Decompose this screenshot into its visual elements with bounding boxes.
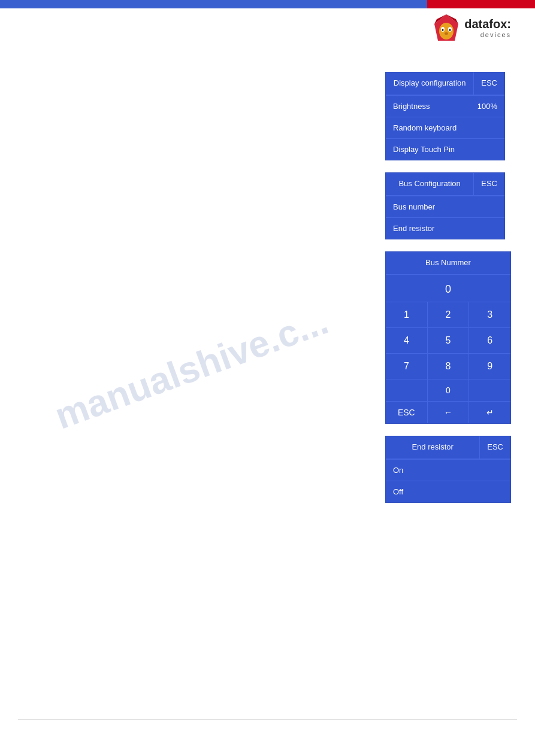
key-3[interactable]: 3 [469,302,510,327]
random-keyboard-label: Random keyboard [386,117,504,138]
footer-line [18,719,517,720]
end-resistor-title: End resistor [386,436,479,459]
key-enter-top [469,379,510,401]
off-label: Off [386,481,510,502]
svg-point-8 [445,32,448,35]
header-bar [0,0,535,8]
key-8[interactable]: 8 [428,354,469,379]
key-6[interactable]: 6 [469,328,510,353]
end-resistor-panel: End resistor ESC On Off [385,436,511,503]
bus-number-keypad-panel: Bus Nummer 0 1 2 3 4 5 6 7 8 9 0 ESC ← ↵ [385,251,511,424]
keypad-grid: 1 2 3 4 5 6 7 8 9 [386,302,510,379]
svg-point-3 [439,23,454,40]
display-touch-pin-label: Display Touch Pin [386,139,504,160]
key-5[interactable]: 5 [428,328,469,353]
keypad-zero-row: 0 [386,379,510,401]
watermark: manualshive.c... [49,299,333,438]
key-backspace[interactable]: ← [428,402,469,423]
brand-sub: devices [480,31,511,38]
keypad-display: 0 [386,275,510,302]
on-row[interactable]: On [386,459,510,481]
end-resistor-row[interactable]: End resistor [386,217,504,239]
bus-config-panel: Bus Configuration ESC Bus number End res… [385,172,505,239]
key-9[interactable]: 9 [469,354,510,379]
end-resistor-label: End resistor [386,218,504,239]
end-resistor-esc-button[interactable]: ESC [479,436,510,459]
bus-config-esc-button[interactable]: ESC [473,173,504,195]
key-esc-top [386,379,427,401]
key-4[interactable]: 4 [386,328,427,353]
display-config-header: Display configuration ESC [386,72,504,95]
display-config-panel: Display configuration ESC Brightness 100… [385,72,505,160]
brightness-value: 100% [470,96,504,117]
bus-number-label: Bus number [386,196,504,217]
datafox-text-wrap: datafox: devices [464,17,511,38]
keypad-bottom: ESC ← ↵ [386,401,510,423]
key-0-top[interactable]: 0 [428,379,469,401]
brand-name: datafox: [464,17,511,31]
key-1[interactable]: 1 [386,302,427,327]
off-row[interactable]: Off [386,481,510,502]
end-resistor-header: End resistor ESC [386,436,510,459]
display-touch-pin-row[interactable]: Display Touch Pin [386,138,504,160]
panels-container: Display configuration ESC Brightness 100… [385,72,511,503]
brightness-label: Brightness [386,96,470,117]
svg-point-7 [449,29,451,31]
bus-number-row[interactable]: Bus number [386,196,504,217]
on-label: On [386,460,510,481]
bus-config-header: Bus Configuration ESC [386,173,504,196]
datafox-fox-icon [431,13,462,42]
key-enter[interactable]: ↵ [469,402,510,423]
svg-point-6 [442,29,444,31]
random-keyboard-row[interactable]: Random keyboard [386,117,504,138]
display-config-esc-button[interactable]: ESC [473,72,504,95]
bus-config-title: Bus Configuration [386,173,473,195]
bus-number-keypad-header: Bus Nummer [386,252,510,275]
key-7[interactable]: 7 [386,354,427,379]
header-bar-blue [0,0,427,8]
key-esc[interactable]: ESC [386,402,427,423]
key-2[interactable]: 2 [428,302,469,327]
header-bar-red [427,0,535,8]
datafox-logo: datafox: devices [431,13,511,42]
logo-area: datafox: devices [431,13,511,42]
bus-nummer-title: Bus Nummer [386,252,510,274]
display-config-title: Display configuration [386,72,473,95]
brightness-row[interactable]: Brightness 100% [386,95,504,117]
